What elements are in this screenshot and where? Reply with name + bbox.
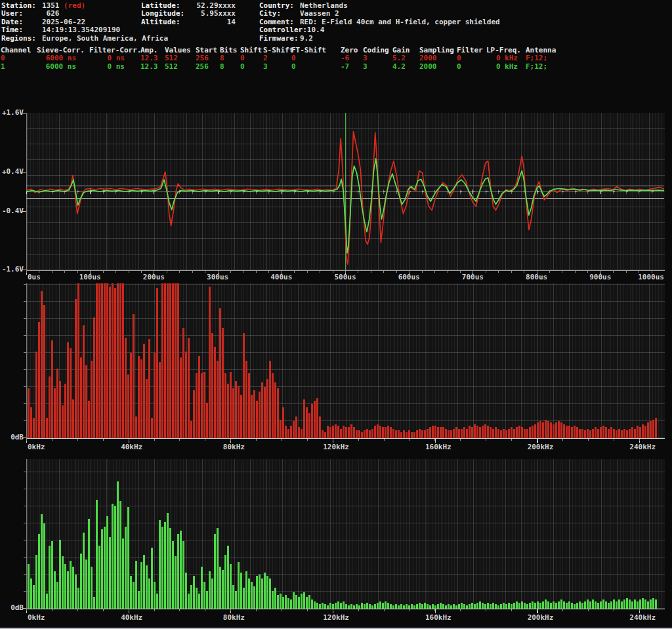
- spectrum-bar: [238, 386, 240, 438]
- spectrum-bar: [295, 416, 297, 438]
- spectrum-bar: [219, 308, 221, 438]
- spectrum-bar: [248, 578, 250, 609]
- spectrum-bar: [214, 534, 216, 609]
- spectrum-bar: [274, 588, 276, 609]
- spectrum-bar: [534, 603, 536, 609]
- spectrum-bar: [647, 422, 649, 438]
- spectrum-bar: [545, 599, 547, 609]
- spectrum-bar: [122, 283, 124, 438]
- spectrum-green-db-label: 0dB: [1, 604, 24, 612]
- spectrum-bar: [329, 427, 331, 438]
- spectrum-bar: [282, 597, 284, 609]
- spectrum-bar: [64, 564, 66, 609]
- spectrum-bar: [343, 601, 345, 609]
- spectrum-bar: [98, 283, 100, 438]
- spectrum-bar: [419, 429, 421, 438]
- comment-label: Comment:: [259, 18, 300, 26]
- table-cell: -7: [341, 63, 363, 71]
- firmware-value: 9.2: [300, 34, 313, 43]
- spectrum-bar: [306, 407, 308, 438]
- spectrum-bar: [56, 582, 58, 609]
- spectrum-bar: [311, 404, 313, 438]
- spectrum-bar: [566, 603, 568, 609]
- spectrum-bar: [419, 603, 421, 609]
- spectrum-xtick-label: 0kHz: [28, 443, 45, 451]
- spectrum-bar: [217, 528, 219, 609]
- spectrum-bar: [550, 422, 552, 438]
- spectrum-bar: [295, 595, 297, 609]
- spectrum-bar: [471, 427, 473, 438]
- spectrum-bar: [337, 601, 339, 609]
- spectrum-bar: [72, 567, 74, 609]
- spectrum-bar: [605, 427, 607, 438]
- spectrum-bar: [592, 429, 594, 438]
- spectrum-bar: [348, 427, 350, 438]
- spectrum-bar: [41, 514, 43, 609]
- spectrum-bar: [164, 522, 166, 609]
- spectrum-bar: [455, 427, 457, 438]
- spectrum-bar: [251, 395, 253, 438]
- spectrum-xtick-label: 160kHz: [425, 614, 452, 622]
- table-cell: 0 kHz: [486, 63, 526, 71]
- spectrum-bar: [623, 599, 625, 609]
- spectrum-bar: [371, 605, 373, 609]
- spectrum-bar: [125, 527, 127, 609]
- spectrum-bar: [224, 373, 226, 438]
- spectrum-bar: [366, 429, 368, 438]
- spectrum-bar: [85, 365, 87, 438]
- spectrum-bar: [114, 288, 116, 438]
- spectrum-bar: [602, 426, 604, 438]
- date-value: 2025-06-22: [42, 18, 85, 26]
- spectrum-bar: [427, 604, 429, 609]
- spectrum-bar: [138, 591, 140, 609]
- spectrum-bar: [500, 430, 502, 438]
- waveform-xtick-label: 1000us: [638, 274, 664, 281]
- waveform-xtick-label: 400us: [270, 274, 292, 281]
- spectrum-bar: [413, 605, 415, 609]
- spectrum-green-minor-ticks: [26, 609, 664, 611]
- comment-value: RED: E-Field 40cm and H-field, copper sh…: [300, 18, 500, 26]
- station-color-tag: (red): [60, 1, 86, 10]
- user-value: 626: [42, 9, 60, 18]
- table-cell: 0: [457, 54, 486, 62]
- spectrum-bar: [222, 570, 224, 609]
- spectrum-bar: [450, 430, 452, 438]
- spectrum-bar: [497, 429, 499, 438]
- spectrum-red-zero-tick: [22, 437, 26, 438]
- spectrum-bar: [91, 361, 93, 438]
- spectrum-bar: [647, 601, 649, 609]
- spectrum-bar: [135, 416, 137, 438]
- spectrum-bar: [358, 605, 360, 609]
- spectrum-bar: [67, 571, 69, 609]
- spectrum-bar: [613, 599, 615, 609]
- spectrum-bar: [558, 421, 560, 438]
- spectrum-bar: [508, 429, 510, 438]
- spectrum-bar: [353, 427, 355, 438]
- spectrum-bar: [584, 430, 586, 438]
- spectrum-xtick-label: 240kHz: [629, 443, 656, 451]
- spectrum-bar: [54, 388, 56, 438]
- spectrum-bar: [135, 561, 137, 609]
- spectrum-bar: [487, 426, 489, 438]
- spectrum-bar: [293, 421, 295, 438]
- spectrum-bar: [101, 283, 103, 438]
- spectrum-xtick-label: 200kHz: [528, 443, 554, 451]
- table-cell: 4.2: [392, 63, 419, 71]
- city-label: City:: [259, 10, 300, 18]
- spectrum-bar: [203, 372, 205, 438]
- waveform-ylabel-pos: +0.4V: [0, 168, 24, 176]
- spectrum-bar: [631, 427, 633, 438]
- spectrum-bar: [616, 601, 618, 609]
- spectrum-bar: [277, 595, 279, 609]
- spectrum-bar: [106, 516, 108, 609]
- spectrum-bar: [303, 592, 305, 609]
- spectrum-bar: [613, 429, 615, 438]
- spectrum-bar: [130, 353, 132, 438]
- spectrum-bar: [285, 426, 287, 438]
- spectrum-bar: [214, 347, 216, 438]
- spectrum-red-plot: [26, 283, 665, 439]
- spectrum-bar: [51, 340, 53, 438]
- spectrum-bar: [159, 362, 161, 438]
- spectrum-bar: [555, 422, 557, 438]
- spectrum-bar: [566, 426, 568, 438]
